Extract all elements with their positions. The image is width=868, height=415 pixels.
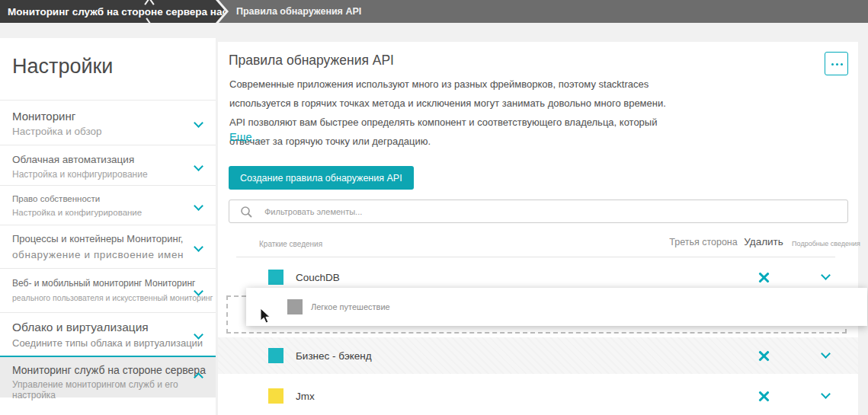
filter-input[interactable] [264,201,836,222]
breadcrumb: Мониторинг служб на стороне сервера наст… [0,0,868,23]
sidebar-item-ownership[interactable]: Право собственности Настройка и конфигур… [0,185,216,225]
sidebar-item-sublabel: Настройка и обзор [12,123,216,137]
sidebar-title: Настройки [12,55,113,78]
sidebar-item-label: Веб- и мобильный мониторинг Мониторинг [12,269,216,289]
sidebar-item-label: Облачная автоматизация [12,145,216,165]
table-row-business-backend: Бизнес - бэкенд [218,337,858,374]
sidebar-item-server-side-monitoring[interactable]: Мониторинг служб на стороне сервера Упра… [0,356,216,397]
sidebar-item-monitoring[interactable]: Мониторинг Настройка и обзор [0,100,216,145]
table-header-divider [236,257,835,257]
column-header-details: Подробные сведения [792,240,860,247]
mouse-cursor-icon [260,308,271,324]
create-api-rule-button[interactable]: Создание правила обнаружения API [229,166,414,190]
delete-icon[interactable] [758,272,770,283]
sidebar-item-cloud-virtualization[interactable]: Облако и виртуализация Соедините типы об… [0,312,216,356]
sidebar-item-sublabel: Соедините типы облака и виртуализации [12,334,216,349]
sidebar-item-label: Мониторинг служб на стороне сервера [12,357,216,376]
sidebar-item-sublabel: Управление мониторингом служб и его наст… [12,376,216,401]
more-link[interactable]: Еще... [229,131,261,143]
rule-name: Бизнес - бэкенд [296,350,372,362]
settings-sidebar: Настройки Мониторинг Настройка и обзор О… [0,38,216,415]
breadcrumb-item-server-side-monitoring[interactable]: Мониторинг служб на стороне сервера наст… [0,0,226,23]
page-title: Правила обнаружения API [229,53,394,69]
sidebar-item-cloud-automation[interactable]: Облачная автоматизация Настройка и конфи… [0,145,216,185]
chevron-down-icon[interactable] [821,389,831,399]
sidebar-item-web-mobile-monitoring[interactable]: Веб- и мобильный мониторинг Мониторинг р… [0,268,216,312]
rule-name: Легкое путешествие [311,302,390,311]
sidebar-item-sublabel: обнаружение и присвоение имен [12,244,216,260]
sidebar-item-sublabel: Настройка и конфигурирование [12,203,216,217]
sidebar-item-label: Облако и виртуализация [12,313,216,334]
column-header-delete: Удалить [744,236,783,247]
ellipsis-menu-button[interactable] [825,52,848,75]
drag-handle-icon[interactable] [242,389,250,402]
description-text: Современные приложения используют много … [229,75,681,151]
chevron-down-icon[interactable] [821,270,831,280]
sidebar-item-label: Процессы и контейнеры Мониторинг, [12,225,216,244]
rule-color-swatch [268,388,283,404]
drag-handle-icon[interactable] [242,270,250,283]
sidebar-item-label: Мониторинг [12,101,216,123]
sidebar-item-label: Право собственности [12,186,216,203]
drag-handle-icon[interactable] [242,349,250,362]
rule-color-swatch [268,348,283,363]
delete-icon[interactable] [758,391,770,402]
rule-name: Jmx [296,390,315,401]
delete-icon[interactable] [758,350,770,362]
api-detection-rules-panel: Правила обнаружения API Современные прил… [218,42,858,415]
rule-color-swatch [268,270,283,285]
search-icon [240,206,253,219]
chevron-down-icon[interactable] [821,349,831,359]
breadcrumb-item-api-detection-rules[interactable]: Правила обнаружения API [236,0,361,23]
dragged-row-easytravel[interactable]: Легкое путешествие [246,288,867,326]
filter-field [229,200,848,223]
table-row-jmx: Jmx [218,378,858,413]
ellipsis-icon [831,63,834,65]
sidebar-item-processes-containers[interactable]: Процессы и контейнеры Мониторинг, обнару… [0,225,216,268]
column-header-summary: Краткие сведения [259,240,322,248]
sidebar-item-sublabel: реального пользователя и искусственный м… [12,289,216,302]
column-header-third-party: Третья сторона [669,237,737,247]
rule-color-swatch [287,299,303,314]
sidebar-item-sublabel: Настройка и конфигурирование [12,165,216,180]
rule-name: CouchDB [296,271,340,283]
